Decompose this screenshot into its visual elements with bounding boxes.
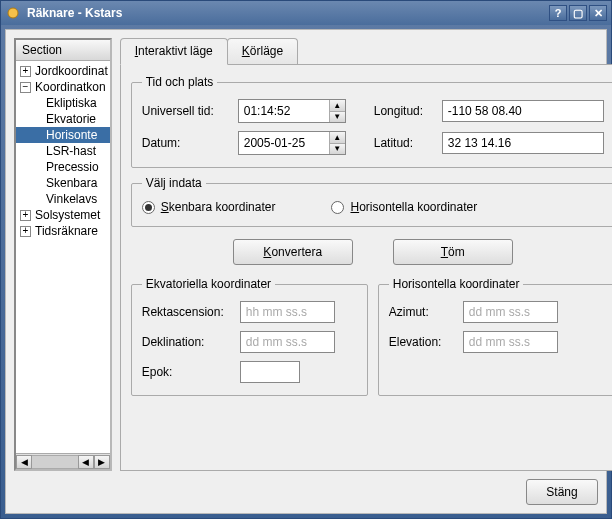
- lat-label: Latitud:: [374, 136, 434, 150]
- tree-item-koordinatkon[interactable]: −Koordinatkon: [16, 79, 110, 95]
- tabbar: Interaktivt läge Körläge: [120, 38, 612, 64]
- app-icon: [5, 5, 21, 21]
- spin-up-icon[interactable]: ▲: [330, 100, 345, 112]
- scroll-left2-icon[interactable]: ◀: [78, 455, 94, 469]
- tree-item-ekvatorie[interactable]: Ekvatorie: [16, 111, 110, 127]
- tab-batch[interactable]: Körläge: [227, 38, 298, 64]
- tree-item-vinkelavs[interactable]: Vinkelavs: [16, 191, 110, 207]
- group-legend: Tid och plats: [142, 75, 218, 89]
- dec-input[interactable]: [240, 331, 335, 353]
- ut-label: Universell tid:: [142, 104, 230, 118]
- expand-icon[interactable]: +: [20, 66, 31, 77]
- tab-label: örläge: [250, 44, 283, 58]
- window-title: Räknare - Kstars: [27, 6, 122, 20]
- scroll-left-icon[interactable]: ◀: [16, 455, 32, 469]
- tab-label: nteraktivt läge: [138, 44, 213, 58]
- titlebar: Räknare - Kstars ? ▢ ✕: [1, 1, 611, 25]
- expand-icon[interactable]: +: [20, 210, 31, 221]
- tree-item-lsr-hast[interactable]: LSR-hast: [16, 143, 110, 159]
- group-equatorial: Ekvatoriella koordinater Rektascension: …: [131, 277, 368, 396]
- dialog-footer: Stäng: [14, 471, 598, 505]
- long-input[interactable]: [442, 100, 604, 122]
- el-input[interactable]: [463, 331, 558, 353]
- radio-dot-icon: [142, 201, 155, 214]
- el-label: Elevation:: [389, 335, 455, 349]
- ra-input[interactable]: [240, 301, 335, 323]
- tree-item-tidsraknare[interactable]: +Tidsräknare: [16, 223, 110, 239]
- section-header: Section: [16, 40, 110, 61]
- epoch-input[interactable]: [240, 361, 300, 383]
- help-button[interactable]: ?: [549, 5, 567, 21]
- radio-horizontal[interactable]: Horisontella koordinater: [331, 200, 477, 214]
- tabpage-interactive: Tid och plats Universell tid: ▲▼ Longitu…: [120, 64, 612, 471]
- close-window-button[interactable]: ✕: [589, 5, 607, 21]
- tree-item-skenbara[interactable]: Skenbara: [16, 175, 110, 191]
- clear-button[interactable]: Töm: [393, 239, 513, 265]
- convert-button[interactable]: Konvertera: [233, 239, 353, 265]
- group-timeplace: Tid och plats Universell tid: ▲▼ Longitu…: [131, 75, 612, 168]
- group-legend: Ekvatoriella koordinater: [142, 277, 275, 291]
- radio-apparent[interactable]: Skenbara koordinater: [142, 200, 276, 214]
- app-window: Räknare - Kstars ? ▢ ✕ Section +Jordkoor…: [0, 0, 612, 519]
- spin-down-icon[interactable]: ▼: [330, 144, 345, 155]
- epoch-label: Epok:: [142, 365, 232, 379]
- lat-input[interactable]: [442, 132, 604, 154]
- az-input[interactable]: [463, 301, 558, 323]
- group-legend: Välj indata: [142, 176, 206, 190]
- dec-label: Deklination:: [142, 335, 232, 349]
- spin-down-icon[interactable]: ▼: [330, 112, 345, 123]
- date-label: Datum:: [142, 136, 230, 150]
- content-area: Interaktivt läge Körläge Tid och plats U…: [120, 38, 612, 471]
- radio-label: kenbara koordinater: [169, 200, 276, 214]
- group-input: Välj indata Skenbara koordinater Horison…: [131, 176, 612, 227]
- spin-up-icon[interactable]: ▲: [330, 132, 345, 144]
- collapse-icon[interactable]: −: [20, 82, 31, 93]
- expand-icon[interactable]: +: [20, 226, 31, 237]
- section-tree[interactable]: +Jordkoordinat −Koordinatkon Ekliptiska …: [16, 61, 110, 453]
- group-legend: Horisontella koordinater: [389, 277, 524, 291]
- tree-item-horisonte[interactable]: Horisonte: [16, 127, 110, 143]
- date-spin[interactable]: ▲▼: [238, 131, 346, 155]
- date-input[interactable]: [239, 132, 329, 154]
- radio-dot-icon: [331, 201, 344, 214]
- group-horizontal: Horisontella koordinater Azimut: Elevati…: [378, 277, 612, 396]
- client-area: Section +Jordkoordinat −Koordinatkon Ekl…: [5, 29, 607, 514]
- ut-spin[interactable]: ▲▼: [238, 99, 346, 123]
- tree-item-solsystemet[interactable]: +Solsystemet: [16, 207, 110, 223]
- svg-point-0: [8, 8, 18, 18]
- tab-interactive[interactable]: Interaktivt läge: [120, 38, 228, 65]
- tree-item-ekliptiska[interactable]: Ekliptiska: [16, 95, 110, 111]
- section-panel: Section +Jordkoordinat −Koordinatkon Ekl…: [14, 38, 112, 471]
- tree-item-jordkoordinat[interactable]: +Jordkoordinat: [16, 63, 110, 79]
- close-button[interactable]: Stäng: [526, 479, 598, 505]
- maximize-button[interactable]: ▢: [569, 5, 587, 21]
- scroll-track[interactable]: [32, 455, 78, 469]
- scroll-right-icon[interactable]: ▶: [94, 455, 110, 469]
- ut-input[interactable]: [239, 100, 329, 122]
- radio-label: orisontella koordinater: [359, 200, 477, 214]
- tree-hscrollbar[interactable]: ◀ ◀ ▶: [16, 453, 110, 469]
- tree-item-precessio[interactable]: Precessio: [16, 159, 110, 175]
- long-label: Longitud:: [374, 104, 434, 118]
- az-label: Azimut:: [389, 305, 455, 319]
- ra-label: Rektascension:: [142, 305, 232, 319]
- action-row: Konvertera Töm: [131, 239, 612, 265]
